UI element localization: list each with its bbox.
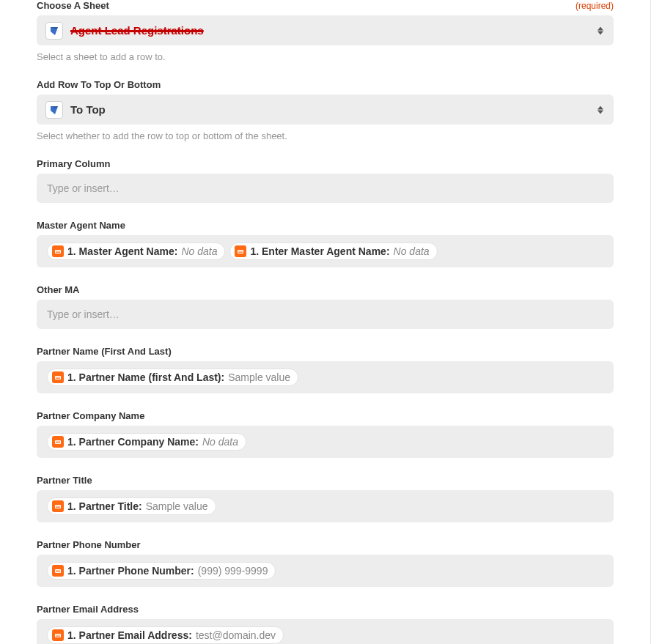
choose-sheet-helper: Select a sheet to add a row to.: [37, 51, 614, 62]
field-header: Partner Phone Number: [37, 539, 614, 550]
required-indicator: (required): [575, 1, 614, 11]
data-pill[interactable]: 1. Master Agent Name: No data: [47, 243, 225, 260]
primary-column-input[interactable]: Type or insert…: [37, 174, 614, 203]
pill-label: 1. Partner Phone Number:: [67, 565, 194, 577]
master-agent-label: Master Agent Name: [37, 220, 125, 231]
partner-email-field: Partner Email Address 1. Partner Email A…: [37, 604, 614, 644]
chevron-updown-icon: [597, 26, 603, 34]
other-ma-input[interactable]: Type or insert…: [37, 300, 614, 329]
pill-label: 1. Partner Company Name:: [67, 436, 199, 448]
pill-value: No data: [181, 245, 217, 257]
field-header: Partner Email Address: [37, 604, 614, 615]
partner-email-label: Partner Email Address: [37, 604, 139, 615]
partner-title-input[interactable]: 1. Partner Title: Sample value: [37, 490, 614, 522]
zap-source-icon: [235, 245, 246, 257]
field-header: Partner Title: [37, 475, 614, 486]
partner-email-input[interactable]: 1. Partner Email Address: test@domain.de…: [37, 619, 614, 644]
field-header: Partner Company Name: [37, 410, 614, 421]
placeholder-text: Type or insert…: [47, 308, 119, 320]
pill-value: No data: [394, 245, 430, 257]
data-pill[interactable]: 1. Partner Company Name: No data: [47, 433, 246, 451]
placeholder-text: Type or insert…: [47, 182, 119, 194]
primary-column-field: Primary Column Type or insert…: [37, 158, 614, 203]
svg-rect-9: [55, 440, 61, 444]
data-pill[interactable]: 1. Partner Name (first And Last): Sample…: [47, 369, 298, 386]
pill-value: (999) 999-9999: [198, 565, 268, 577]
field-header: Master Agent Name: [37, 220, 614, 231]
pill-label: 1. Enter Master Agent Name:: [250, 245, 389, 257]
choose-sheet-dropdown[interactable]: Agent Lead Registrations: [37, 15, 614, 45]
add-row-dropdown[interactable]: To Top: [37, 95, 614, 125]
primary-column-label: Primary Column: [37, 158, 110, 169]
pill-label: 1. Partner Title:: [67, 500, 142, 512]
field-header: Primary Column: [37, 158, 614, 169]
master-agent-input[interactable]: 1. Master Agent Name: No data1. Enter Ma…: [37, 235, 614, 267]
svg-rect-18: [55, 634, 61, 637]
other-ma-label: Other MA: [37, 284, 80, 295]
pill-label: 1. Partner Name (first And Last):: [67, 371, 224, 383]
choose-sheet-field: Choose A Sheet (required) Agent Lead Reg…: [37, 0, 614, 62]
partner-phone-input[interactable]: 1. Partner Phone Number: (999) 999-9999: [37, 555, 614, 587]
smartsheet-icon: [45, 101, 63, 119]
partner-company-input[interactable]: 1. Partner Company Name: No data: [37, 426, 614, 458]
svg-rect-6: [55, 376, 61, 380]
zap-source-icon: [52, 565, 64, 577]
smartsheet-icon: [45, 22, 63, 40]
field-header: Other MA: [37, 284, 614, 295]
zap-source-icon: [52, 629, 64, 641]
field-header: Choose A Sheet (required): [37, 0, 614, 11]
field-header: Add Row To Top Or Bottom: [37, 79, 614, 90]
zap-source-icon: [52, 500, 64, 512]
zap-source-icon: [52, 245, 64, 257]
chevron-updown-icon: [597, 106, 603, 114]
data-pill[interactable]: 1. Enter Master Agent Name: No data: [229, 243, 437, 260]
pill-value: Sample value: [228, 371, 290, 383]
data-pill[interactable]: 1. Partner Title: Sample value: [47, 497, 216, 515]
master-agent-field: Master Agent Name 1. Master Agent Name: …: [37, 220, 614, 267]
partner-phone-field: Partner Phone Number 1. Partner Phone Nu…: [37, 539, 614, 587]
pill-value: test@domain.dev: [196, 629, 276, 641]
data-pill[interactable]: 1. Partner Phone Number: (999) 999-9999: [47, 562, 276, 580]
partner-title-label: Partner Title: [37, 475, 92, 486]
partner-company-field: Partner Company Name 1. Partner Company …: [37, 410, 614, 458]
partner-name-label: Partner Name (First And Last): [37, 346, 172, 357]
add-row-label: Add Row To Top Or Bottom: [37, 79, 161, 90]
add-row-value: To Top: [70, 103, 106, 116]
other-ma-field: Other MA Type or insert…: [37, 284, 614, 329]
partner-title-field: Partner Title 1. Partner Title: Sample v…: [37, 475, 614, 522]
pill-value: No data: [202, 436, 238, 448]
svg-rect-3: [238, 250, 243, 253]
add-row-helper: Select whether to add the row to top or …: [37, 130, 614, 141]
partner-name-field: Partner Name (First And Last) 1. Partner…: [37, 346, 614, 393]
pill-label: 1. Partner Email Address:: [67, 629, 192, 641]
svg-rect-0: [55, 250, 61, 253]
partner-company-label: Partner Company Name: [37, 410, 144, 421]
zap-source-icon: [52, 436, 64, 448]
field-header: Partner Name (First And Last): [37, 346, 614, 357]
svg-rect-15: [55, 569, 61, 573]
svg-rect-12: [55, 505, 61, 508]
partner-phone-label: Partner Phone Number: [37, 539, 141, 550]
choose-sheet-value: Agent Lead Registrations: [70, 24, 204, 37]
data-pill[interactable]: 1. Partner Email Address: test@domain.de…: [47, 626, 284, 644]
pill-label: 1. Master Agent Name:: [67, 245, 177, 257]
zap-source-icon: [52, 371, 64, 383]
add-row-field: Add Row To Top Or Bottom To Top Select w…: [37, 79, 614, 141]
choose-sheet-label: Choose A Sheet: [37, 0, 109, 11]
partner-name-input[interactable]: 1. Partner Name (first And Last): Sample…: [37, 361, 614, 393]
pill-value: Sample value: [146, 500, 208, 512]
